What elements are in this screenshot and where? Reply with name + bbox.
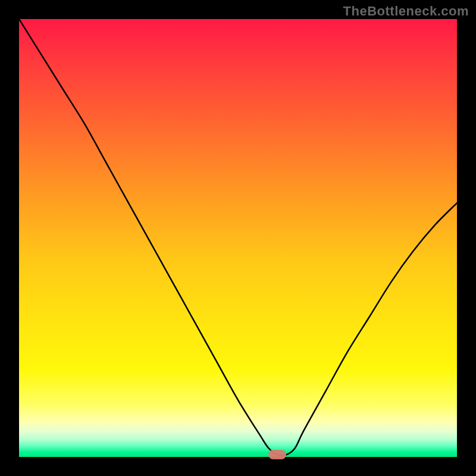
attribution-label: TheBottleneck.com xyxy=(343,4,469,19)
bottleneck-curve xyxy=(19,19,457,457)
chart-stage: TheBottleneck.com xyxy=(0,0,476,476)
plot-area xyxy=(19,19,457,457)
optimal-marker xyxy=(268,450,286,459)
